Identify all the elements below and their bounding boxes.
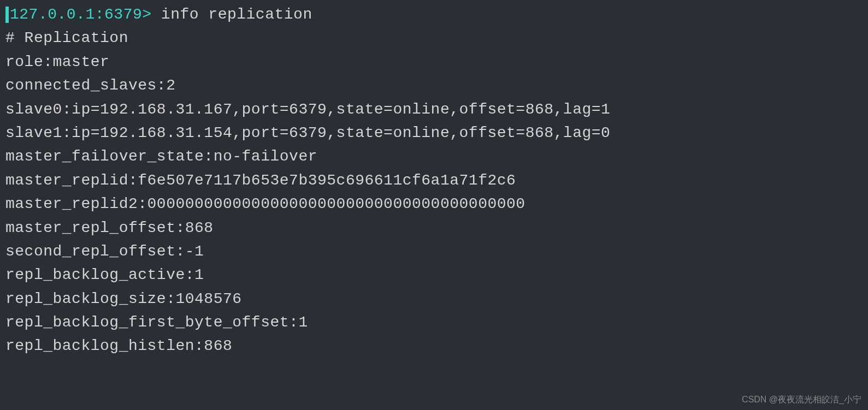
output-master-replid: master_replid:f6e507e7117b653e7b395c6966… [5,169,863,192]
output-second-repl-offset: second_repl_offset:-1 [5,240,863,263]
watermark-text: CSDN @夜夜流光相皎洁_小宁 [742,393,861,407]
output-master-repl-offset: master_repl_offset:868 [5,216,863,240]
output-header: # Replication [5,26,863,50]
redis-command: info replication [161,6,312,23]
output-slave0: slave0:ip=192.168.31.167,port=6379,state… [5,98,863,121]
output-repl-backlog-first-byte-offset: repl_backlog_first_byte_offset:1 [5,311,863,334]
output-repl-backlog-size: repl_backlog_size:1048576 [5,287,863,311]
redis-prompt: 127.0.0.1:6379> [10,6,161,23]
output-repl-backlog-active: repl_backlog_active:1 [5,263,863,287]
output-master-replid2: master_replid2:0000000000000000000000000… [5,192,863,216]
output-slave1: slave1:ip=192.168.31.154,port=6379,state… [5,121,863,145]
cursor-indicator [5,7,9,23]
output-role: role:master [5,50,863,74]
output-master-failover-state: master_failover_state:no-failover [5,145,863,168]
prompt-line[interactable]: 127.0.0.1:6379> info replication [5,3,863,26]
output-connected-slaves: connected_slaves:2 [5,74,863,97]
output-repl-backlog-histlen: repl_backlog_histlen:868 [5,334,863,358]
